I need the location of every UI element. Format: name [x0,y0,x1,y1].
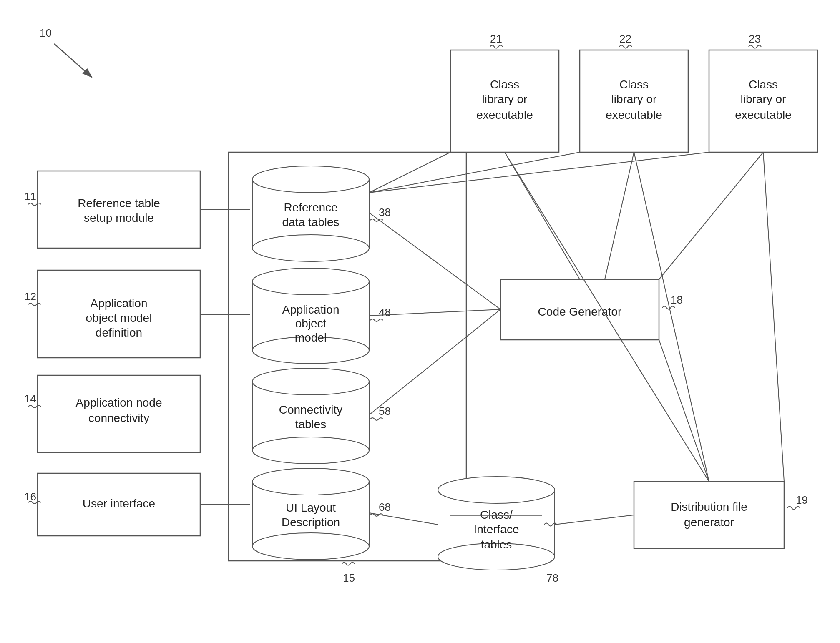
line-78-19 [555,515,634,525]
label-78b: Interface [474,523,519,536]
ref10-arrow [54,44,92,77]
ref-21: 21 [490,33,502,45]
label-12: Application [91,297,148,310]
ref-12: 12 [24,290,36,303]
label-14: Application node [75,396,162,409]
box-19 [634,482,784,548]
label-78c: tables [481,538,512,551]
label-21b: library or [482,93,528,105]
ref-16: 16 [24,490,36,503]
label-58: Connectivity [279,403,343,416]
label-11b: setup module [84,211,154,224]
label-58b: tables [295,418,327,431]
cyl-58-bot [252,437,369,464]
label-22b: library or [611,93,657,105]
cyl-78-top [438,477,555,503]
cyl-68-bot [252,533,369,560]
ref-11: 11 [24,190,36,203]
ref-58: 58 [379,405,391,417]
ref-38: 38 [379,206,391,219]
label-12b: object model [86,311,152,324]
label-48b: object [295,317,327,330]
line-19-23 [763,152,784,482]
ref-48: 48 [379,306,391,319]
label-22: Class [619,78,649,91]
ref-10-label: 10 [40,27,52,39]
cyl-48-top [252,268,369,295]
ref-78: 78 [546,572,558,584]
label-23: Class [749,78,778,91]
line-18-23 [659,152,763,279]
label-68: UI Layout [286,501,336,514]
label-16: User interface [83,497,155,510]
ref-22: 22 [619,33,631,45]
ref-14: 14 [24,392,36,405]
label-11: Reference table [78,197,160,210]
label-22c: executable [606,108,662,121]
line-18-21 [505,152,580,279]
cyl-58-top [252,368,369,395]
ref-15: 15 [343,572,355,584]
label-23b: library or [741,93,786,105]
label-48c: model [295,331,327,344]
label-68b: Description [282,516,340,529]
label-21: Class [490,78,519,91]
ref-68: 68 [379,501,391,513]
line-18-19 [659,340,709,482]
cyl-38-top [252,166,369,193]
label-12c: definition [96,326,142,339]
squiggle-15 [342,563,355,565]
label-21c: executable [476,108,533,121]
ref-18: 18 [671,294,683,306]
ref-19: 19 [796,494,808,506]
architecture-diagram: 10 Reference table setup module 11 Appli… [0,0,840,643]
line-18-22 [605,152,634,279]
ref-23: 23 [749,33,761,45]
label-19b: generator [684,516,734,529]
label-23c: executable [735,108,791,121]
cyl-68-top [252,468,369,495]
cyl-38-bot [252,235,369,261]
label-78: Class/ [480,508,513,521]
label-38b: data tables [282,216,340,229]
label-18: Code Generator [538,305,622,318]
label-19: Distribution file [671,500,747,513]
label-48: Application [282,303,340,316]
label-38: Reference [284,201,337,214]
label-14b: connectivity [88,412,149,424]
